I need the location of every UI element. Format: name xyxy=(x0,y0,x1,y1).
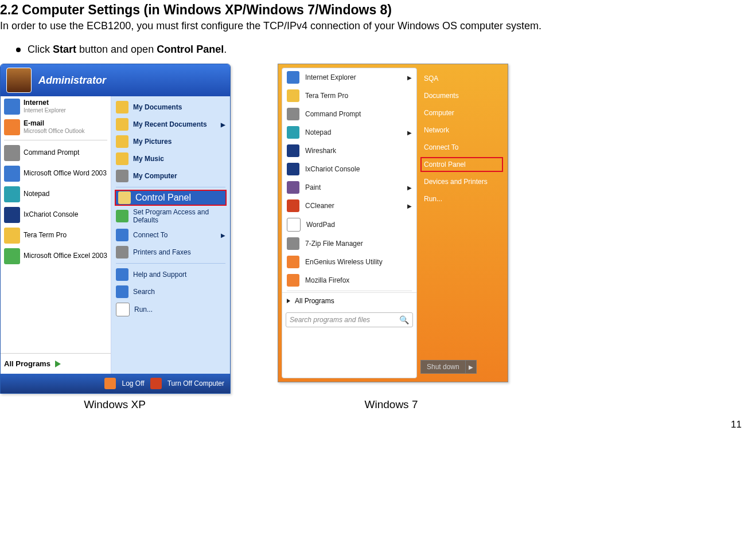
xp-r-run-label: Run... xyxy=(134,306,153,314)
bullet-text-cp: Control Panel xyxy=(157,44,224,55)
xp-item-cmd[interactable]: Command Prompt xyxy=(1,143,111,163)
w7-r-run[interactable]: Run... xyxy=(420,190,503,207)
xp-cp-label: Control Panel xyxy=(135,193,191,203)
word-icon xyxy=(4,166,20,182)
xp-r-setprog-label: Set Program Access and Defaults xyxy=(133,208,213,224)
xp-r-printers[interactable]: Printers and Faxes xyxy=(111,244,230,261)
w7-item-7zip[interactable]: 7-Zip File Manager xyxy=(282,234,416,253)
w7-r-computer[interactable]: Computer xyxy=(420,104,503,122)
w7-item-firefox[interactable]: Mozilla Firefox xyxy=(282,271,416,289)
w7-item-ixchariot[interactable]: IxChariot Console xyxy=(282,160,416,178)
w7-r-control-panel[interactable]: Control Panel xyxy=(420,157,503,172)
xp-r-pictures[interactable]: My Pictures xyxy=(111,133,230,150)
power-icon[interactable] xyxy=(150,378,162,389)
firefox-icon xyxy=(287,274,299,287)
xp-turnoff-label[interactable]: Turn Off Computer xyxy=(167,379,224,387)
xp-r-connect-label: Connect To xyxy=(133,231,168,239)
w7-all-programs[interactable]: All Programs xyxy=(282,292,416,309)
xp-r-recent-label: My Recent Documents xyxy=(133,120,207,128)
network-icon xyxy=(116,229,128,241)
instruction-bullet: Click Start button and open Control Pane… xyxy=(16,44,752,56)
xp-item-internet[interactable]: InternetInternet Explorer xyxy=(1,96,111,117)
xp-item-ixchariot[interactable]: IxChariot Console xyxy=(1,205,111,225)
separator xyxy=(4,140,107,140)
xp-r-computer-label: My Computer xyxy=(133,172,177,180)
xp-excel-label: Microsoft Office Excel 2003 xyxy=(24,252,107,260)
teraterm-icon xyxy=(287,89,299,102)
ccleaner-icon xyxy=(287,199,299,212)
chevron-right-icon: ▶ xyxy=(407,185,412,191)
w7-item-notepad[interactable]: Notepad▶ xyxy=(282,123,416,142)
xp-item-notepad[interactable]: Notepad xyxy=(1,184,111,205)
xp-internet-sub: Internet Explorer xyxy=(24,107,66,113)
w7-item-engenius[interactable]: EnGenius Wireless Utility xyxy=(282,253,416,271)
xp-email-sub: Microsoft Office Outlook xyxy=(24,128,85,134)
xp-internet-label: Internet xyxy=(24,99,49,107)
shutdown-button[interactable]: Shut down xyxy=(420,360,466,374)
w7-start-menu: Internet Explorer▶ Tera Term Pro Command… xyxy=(278,64,508,382)
w7-item-paint[interactable]: Paint▶ xyxy=(282,178,416,197)
xp-item-word[interactable]: Microsoft Office Word 2003 xyxy=(1,163,111,184)
xp-item-excel[interactable]: Microsoft Office Excel 2003 xyxy=(1,246,111,267)
computer-icon xyxy=(116,170,128,182)
chevron-right-icon: ▶ xyxy=(221,122,225,128)
xp-r-music[interactable]: My Music xyxy=(111,150,230,167)
printer-icon xyxy=(116,246,128,259)
w7-ixc-label: IxChariot Console xyxy=(305,165,360,173)
programs-icon xyxy=(116,210,128,222)
xp-r-search[interactable]: Search xyxy=(111,283,230,300)
xp-cmd-label: Command Prompt xyxy=(24,149,79,156)
w7-item-teraterm[interactable]: Tera Term Pro xyxy=(282,87,416,105)
folder-icon xyxy=(116,101,128,113)
notepad-icon xyxy=(4,186,20,202)
w7-r-sqa[interactable]: SQA xyxy=(420,70,503,87)
xp-r-connect[interactable]: Connect To▶ xyxy=(111,226,230,244)
shutdown-options-button[interactable]: ▶ xyxy=(466,360,477,374)
w7-cc-label: CCleaner xyxy=(305,202,334,210)
w7-7z-label: 7-Zip File Manager xyxy=(305,240,363,248)
bullet-text-pre: Click xyxy=(28,44,53,55)
w7-r-network[interactable]: Network xyxy=(420,122,503,139)
xp-r-help[interactable]: Help and Support xyxy=(111,266,230,283)
section-intro: In order to use the ECB1200, you must fi… xyxy=(0,20,752,32)
w7-ie-label: Internet Explorer xyxy=(305,73,356,81)
folder-icon xyxy=(116,152,128,165)
w7-ws-label: Wireshark xyxy=(305,147,336,155)
chevron-right-icon: ▶ xyxy=(221,232,225,238)
xp-r-mydocs[interactable]: My Documents xyxy=(111,99,230,116)
chevron-right-icon: ▶ xyxy=(407,130,412,136)
xp-item-teraterm[interactable]: Tera Term Pro xyxy=(1,225,111,246)
separator xyxy=(116,263,225,264)
xp-r-control-panel[interactable]: Control Panel xyxy=(115,190,227,206)
w7-item-cmd[interactable]: Command Prompt xyxy=(282,105,416,123)
w7-item-ccleaner[interactable]: CCleaner▶ xyxy=(282,197,416,215)
xp-start-menu: Administrator InternetInternet Explorer … xyxy=(0,64,231,394)
w7-search-placeholder: Search programs and files xyxy=(290,316,370,324)
logoff-icon[interactable] xyxy=(104,378,116,389)
w7-search-input[interactable]: Search programs and files 🔍 xyxy=(286,312,413,327)
wireshark-icon xyxy=(287,144,299,157)
xp-item-email[interactable]: E-mailMicrosoft Office Outlook xyxy=(1,117,111,138)
w7-r-docs[interactable]: Documents xyxy=(420,87,503,104)
xp-r-run[interactable]: Run... xyxy=(111,300,230,319)
section-heading: 2.2 Computer Settings (in Windows XP/Win… xyxy=(0,2,752,18)
separator xyxy=(287,291,412,291)
xp-r-setprog[interactable]: Set Program Access and Defaults xyxy=(111,206,230,226)
w7-item-wordpad[interactable]: WordPad xyxy=(282,215,416,234)
xp-r-search-label: Search xyxy=(133,288,155,296)
arrow-right-icon xyxy=(287,299,290,303)
xp-r-recent[interactable]: My Recent Documents▶ xyxy=(111,116,230,133)
folder-icon xyxy=(116,135,128,148)
cmd-icon xyxy=(287,108,299,120)
xp-all-programs[interactable]: All Programs xyxy=(1,353,111,374)
avatar-icon xyxy=(6,68,32,93)
w7-r-devices[interactable]: Devices and Printers xyxy=(420,173,503,190)
w7-item-wireshark[interactable]: Wireshark xyxy=(282,142,416,160)
w7-r-connect[interactable]: Connect To xyxy=(420,139,503,156)
excel-icon xyxy=(4,248,20,264)
xp-r-pictures-label: My Pictures xyxy=(133,138,172,146)
xp-r-computer[interactable]: My Computer xyxy=(111,167,230,185)
wordpad-icon xyxy=(287,218,301,232)
xp-logoff-label[interactable]: Log Off xyxy=(122,379,144,387)
w7-item-ie[interactable]: Internet Explorer▶ xyxy=(282,68,416,87)
